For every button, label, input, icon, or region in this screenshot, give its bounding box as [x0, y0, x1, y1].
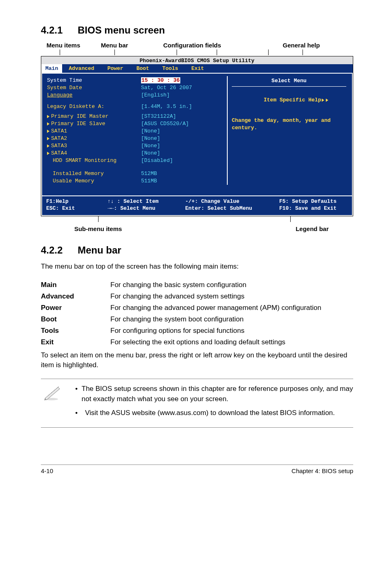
bios-legend-bar: F1:Help ↑↓ : Select Item -/+: Change Val… [41, 196, 353, 216]
right-arrow-icon [326, 99, 328, 102]
bios-item-primary-ide-master[interactable]: Primary IDE Master [51, 113, 108, 119]
legend-select-item: ↑↓ : Select Item [108, 198, 185, 205]
page-footer: 4-10 Chapter 4: BIOS setup [41, 465, 353, 474]
section-heading-421: 4.2.1BIOS menu screen [41, 25, 353, 36]
bios-labels-column: System Time System Date Language Legacy … [45, 76, 141, 185]
bios-item-system-date[interactable]: System Date [47, 85, 82, 91]
bios-item-hdd-smart[interactable]: HDD SMART Monitoring [53, 157, 117, 164]
bios-value-legacy-diskette[interactable]: [1.44M, 3.5 in.] [141, 103, 192, 110]
bios-help-title: Select Menu [232, 77, 346, 87]
note-pen-icon [41, 384, 75, 422]
bios-help-text: Change the day, month, year and century. [232, 117, 346, 132]
menu-description-table: MainFor changing the basic system config… [41, 279, 353, 348]
table-row: PowerFor changing the advanced power man… [41, 302, 353, 314]
row-boot-desc: For changing the system boot configurati… [110, 314, 353, 325]
submenu-arrow-icon [47, 130, 49, 133]
bullet-dot: • [75, 384, 82, 404]
row-advanced-label: Advanced [41, 291, 110, 302]
submenu-arrow-icon [47, 122, 49, 126]
section-422-tail: To select an item on the menu bar, press… [41, 350, 353, 370]
note-text-2: Visit the ASUS website (www.asus.com) to… [85, 408, 335, 418]
submenu-arrow-icon [47, 137, 49, 140]
bios-tab-tools[interactable]: Tools [156, 64, 185, 73]
bios-item-sata2[interactable]: SATA2 [51, 135, 67, 141]
bios-menu-bar[interactable]: Main Advanced Power Boot Tools Exit [41, 64, 353, 73]
row-boot-label: Boot [41, 314, 110, 325]
bios-tab-advanced[interactable]: Advanced [62, 64, 101, 73]
bios-values-column: 15 : 30 : 36 Sat, Oct 26 2007 [English] … [141, 76, 227, 185]
bios-tab-main[interactable]: Main [41, 64, 62, 73]
top-callout-labels: Menu items Menu bar Configuration fields… [41, 42, 353, 49]
chapter-label: Chapter 4: BIOS setup [74, 467, 353, 474]
legend-f10-save: F10: Save and Exit [279, 205, 348, 212]
label-sub-menu-items: Sub-menu items [41, 225, 155, 232]
row-power-desc: For changing the advanced power manageme… [110, 302, 353, 314]
bios-value-installed-memory: 512MB [141, 171, 157, 177]
bios-value-language[interactable]: [English] [141, 92, 170, 98]
bios-title-bar: Phoenix-AwardBIOS CMOS Setup Utility [41, 56, 353, 64]
bios-value-system-date[interactable]: Sat, Oct 26 2007 [141, 85, 192, 91]
bios-tab-boot[interactable]: Boot [130, 64, 156, 73]
bios-help-panel: Select Menu Item Specific Help Change th… [227, 76, 350, 185]
table-row: ExitFor selecting the exit options and l… [41, 337, 353, 348]
legend-f1-help: F1:Help [46, 198, 108, 205]
bios-item-system-time[interactable]: System Time [47, 77, 82, 83]
section-422-intro: The menu bar on top of the screen has th… [41, 262, 353, 272]
bios-item-sata4[interactable]: SATA4 [51, 150, 67, 156]
submenu-arrow-icon [47, 115, 49, 118]
row-tools-desc: For configuring options for special func… [110, 325, 353, 337]
row-power-label: Power [41, 302, 110, 314]
bios-item-installed-memory: Installed Memory [53, 171, 104, 177]
section-heading-422: 4.2.2Menu bar [41, 245, 353, 256]
heading-number: 4.2.1 [41, 25, 78, 36]
legend-select-menu: →←: Select Menu [108, 205, 185, 212]
table-row: BootFor changing the system boot configu… [41, 314, 353, 325]
heading-title: BIOS menu screen [78, 25, 165, 36]
legend-change-value: -/+: Change Value [185, 198, 279, 205]
bios-item-usable-memory: Usable Memory [53, 178, 94, 184]
bios-tab-exit[interactable]: Exit [185, 64, 211, 73]
bios-help-label: Item Specific Help [264, 97, 321, 103]
bios-value-primary-ide-slave[interactable]: [ASUS CDS520/A] [141, 121, 189, 127]
bottom-tick-marks [41, 216, 353, 225]
right-arrow-icon [322, 99, 324, 102]
row-main-desc: For changing the basic system configurat… [110, 279, 353, 291]
bios-screenshot: Phoenix-AwardBIOS CMOS Setup Utility Mai… [41, 56, 353, 216]
table-row: MainFor changing the basic system config… [41, 279, 353, 291]
bios-item-primary-ide-slave[interactable]: Primary IDE Slave [51, 121, 105, 127]
note-box: •The BIOS setup screens shown in this ch… [41, 379, 353, 428]
submenu-arrow-icon [47, 152, 49, 155]
bios-value-primary-ide-master[interactable]: [ST321122A] [141, 113, 176, 119]
bullet-dot: • [75, 408, 85, 418]
bios-value-sata3[interactable]: [None] [141, 143, 160, 149]
bios-value-sata4[interactable]: [None] [141, 150, 160, 156]
bios-value-system-time[interactable]: 15 : 30 : 36 [141, 77, 180, 83]
page-number: 4-10 [41, 467, 74, 474]
label-menu-bar: Menu bar [86, 42, 143, 49]
bios-value-hdd-smart[interactable]: [Disabled] [141, 157, 173, 164]
table-row: AdvancedFor changing the advanced system… [41, 291, 353, 302]
label-menu-items: Menu items [41, 42, 86, 49]
bios-item-sata1[interactable]: SATA1 [51, 128, 67, 134]
row-exit-label: Exit [41, 337, 110, 348]
note-text-1: The BIOS setup screens shown in this cha… [82, 384, 353, 404]
bottom-callout-labels: Sub-menu items Legend bar [41, 225, 353, 232]
row-advanced-desc: For changing the advanced system setting… [110, 291, 353, 302]
bios-value-sata2[interactable]: [None] [141, 135, 160, 141]
bios-value-sata1[interactable]: [None] [141, 128, 160, 134]
label-legend-bar: Legend bar [155, 225, 353, 232]
bios-item-sata3[interactable]: SATA3 [51, 143, 67, 149]
submenu-arrow-icon [47, 144, 49, 148]
bios-tab-power[interactable]: Power [101, 64, 130, 73]
legend-esc-exit: ESC: Exit [46, 205, 108, 212]
bios-value-usable-memory: 511MB [141, 178, 157, 184]
legend-enter-submenu: Enter: Select SubMenu [185, 205, 279, 212]
bios-item-legacy-diskette[interactable]: Legacy Diskette A: [47, 103, 104, 110]
heading-number: 4.2.2 [41, 245, 78, 256]
svg-line-3 [47, 386, 59, 396]
bios-item-language[interactable]: Language [47, 92, 72, 98]
bios-body: System Time System Date Language Legacy … [41, 73, 353, 196]
row-tools-label: Tools [41, 325, 110, 337]
top-tick-marks [41, 49, 353, 56]
legend-f5-defaults: F5: Setup Defaults [279, 198, 348, 205]
